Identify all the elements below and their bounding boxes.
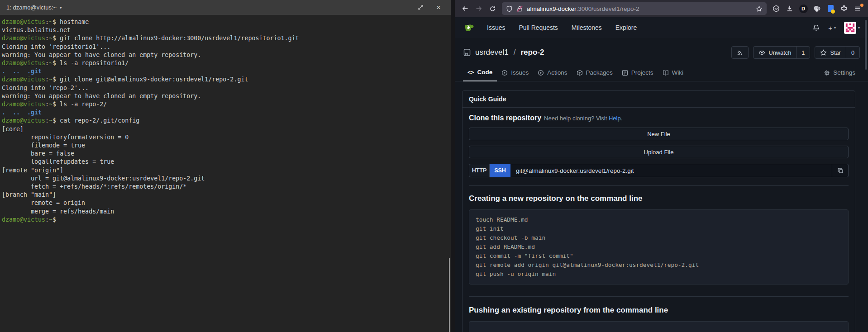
upload-file-button[interactable]: Upload File: [469, 146, 849, 158]
chevron-down-icon: ▾: [834, 26, 836, 30]
tab-issues[interactable]: Issues: [497, 69, 533, 81]
unwatch-label: Unwatch: [768, 49, 791, 56]
unwatch-button[interactable]: Unwatch: [754, 47, 796, 58]
terminal-text-segment: remote = origin: [2, 199, 85, 206]
extension-gray-button[interactable]: [810, 2, 824, 15]
notifications-button[interactable]: [812, 24, 820, 32]
nav-milestones[interactable]: Milestones: [572, 24, 602, 31]
quick-guide-body: Clone this repositoryNeed help cloning? …: [463, 108, 855, 332]
code-line: git checkout -b main: [476, 233, 842, 242]
terminal-text-segment: [remote "origin"]: [2, 167, 63, 174]
terminal-title-caret-icon[interactable]: ▾: [60, 5, 62, 10]
terminal-line: merge = refs/heads/main: [2, 208, 451, 216]
terminal-text-segment: .: [2, 109, 5, 116]
browser-page-scrollbar[interactable]: [865, 20, 867, 70]
terminal-text-segment: :: [45, 216, 49, 223]
terminal-text-segment: .git: [27, 109, 42, 116]
menu-button[interactable]: [851, 2, 864, 15]
terminal-titlebar[interactable]: 1: dzamo@victus:~ ▾ ×: [0, 0, 451, 15]
terminal-text-segment: victus.balaitus.net: [2, 27, 71, 33]
tab-code[interactable]: <> Code: [463, 69, 497, 81]
terminal-line: Cloning into 'repo-2'...: [2, 84, 451, 92]
terminal-text-segment: filemode = true: [2, 142, 85, 149]
downloads-button[interactable]: [783, 2, 796, 15]
ssh-protocol-button[interactable]: SSH: [490, 164, 510, 177]
terminal-text-segment: fetch = +refs/heads/*:refs/remotes/origi…: [2, 183, 186, 190]
projects-icon: [622, 70, 628, 76]
code-line: git init: [476, 224, 842, 233]
terminal-line: warning: You appear to have cloned an em…: [2, 51, 451, 59]
terminal-line: . .. .git: [2, 67, 451, 76]
back-button[interactable]: [458, 2, 472, 15]
repo-owner-link[interactable]: usrdevel1: [475, 48, 509, 57]
clone-heading-text: Clone this repository: [469, 114, 541, 122]
package-icon: [577, 70, 583, 76]
insecure-lock-icon[interactable]: [516, 5, 523, 12]
terminal-text-segment: dzamo@victus: [2, 76, 45, 83]
reload-button[interactable]: [486, 2, 499, 15]
terminal-output: dzamo@victus:~$ hostnamevictus.balaitus.…: [0, 15, 451, 224]
tracking-shield-icon[interactable]: [506, 5, 513, 12]
tab-packages[interactable]: Packages: [572, 69, 617, 81]
forward-button[interactable]: [472, 2, 486, 15]
terminal-text-segment: $ hostname: [52, 19, 89, 25]
terminal-line: bare = false: [2, 150, 451, 158]
terminal-text-segment: :: [45, 76, 49, 83]
terminal-line: dzamo@victus:~$ git clone http://almalin…: [2, 34, 451, 43]
terminal-window: 1: dzamo@victus:~ ▾ × dzamo@victus:~$ ho…: [0, 0, 451, 332]
url-bar[interactable]: almalinux9-docker:3000/usrdevel1/repo-2: [502, 2, 767, 15]
tab-settings[interactable]: Settings: [819, 69, 860, 81]
repo-title: usrdevel1 / repo-2: [463, 48, 544, 57]
rss-button[interactable]: [732, 47, 748, 58]
extension-d-icon: D: [799, 5, 808, 13]
nav-explore[interactable]: Explore: [615, 24, 637, 31]
create-new-button[interactable]: + ▾: [828, 24, 836, 32]
section-divider: [469, 296, 849, 297]
extension-doc-button[interactable]: [824, 2, 837, 15]
star-count[interactable]: 0: [846, 47, 859, 58]
terminal-text-segment: Cloning into 'repo-2'...: [2, 85, 89, 91]
clone-url-input[interactable]: git@almalinux9-docker:usrdevel1/repo-2.g…: [510, 164, 832, 177]
terminal-text-segment: warning: You appear to have cloned an em…: [2, 52, 201, 58]
url-text[interactable]: almalinux9-docker:3000/usrdevel1/repo-2: [527, 5, 756, 12]
extensions-button[interactable]: [837, 2, 851, 15]
extension-gray-icon: [813, 5, 821, 13]
terminal-text-segment: url = git@almalinux9-docker:usrdevel1/re…: [2, 175, 205, 182]
terminal-scrollbar[interactable]: [449, 258, 450, 332]
nav-issues[interactable]: Issues: [487, 24, 505, 31]
terminal-maximize-button[interactable]: [415, 2, 426, 13]
actions-icon: [538, 70, 544, 76]
pocket-button[interactable]: [769, 2, 783, 15]
repo-tabs: <> Code Issues Actions Packages: [455, 64, 868, 81]
watch-count[interactable]: 1: [796, 47, 810, 58]
terminal-text-segment: $ git clone http://almalinux9-docker:300…: [52, 35, 299, 42]
user-menu[interactable]: ▾: [844, 22, 860, 34]
extension-d-button[interactable]: D: [796, 2, 810, 15]
url-host: almalinux9-docker: [527, 5, 577, 12]
star-button[interactable]: Star: [815, 47, 845, 58]
terminal-text-segment: [20, 109, 27, 116]
tab-projects[interactable]: Projects: [617, 69, 658, 81]
repo-separator: /: [514, 48, 516, 57]
terminal-text-segment: ..: [13, 109, 20, 116]
copy-url-button[interactable]: [832, 164, 849, 177]
terminal-text-segment: $ ls -a repositorio1/: [52, 60, 129, 66]
terminal-text-segment: [20, 68, 27, 75]
code-line: git add README.md: [476, 242, 842, 251]
tab-wiki[interactable]: Wiki: [658, 69, 688, 81]
repo-name-link[interactable]: repo-2: [520, 48, 544, 57]
push-repo-codeblock: [469, 321, 849, 332]
terminal-line: logallrefupdates = true: [2, 158, 451, 166]
bookmark-star-icon[interactable]: [756, 5, 763, 12]
http-protocol-button[interactable]: HTTP: [469, 164, 490, 177]
nav-pull-requests[interactable]: Pull Requests: [519, 24, 558, 31]
terminal-close-button[interactable]: ×: [433, 2, 444, 13]
gitea-logo-icon[interactable]: [463, 22, 475, 34]
terminal-line: dzamo@victus:~$ cat repo-2/.git/config: [2, 117, 451, 125]
terminal-text-segment: dzamo@victus: [2, 117, 45, 124]
avatar: [844, 22, 856, 34]
terminal-line: repositoryformatversion = 0: [2, 133, 451, 142]
help-link[interactable]: Help: [609, 115, 621, 122]
new-file-button[interactable]: New File: [469, 128, 849, 140]
tab-actions[interactable]: Actions: [533, 69, 572, 81]
